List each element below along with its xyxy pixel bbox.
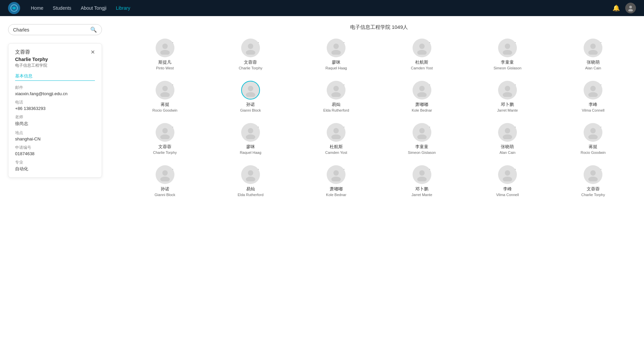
person-name-en: Vilma Connell — [582, 108, 604, 112]
person-name-cn: 斯提凡 — [158, 59, 171, 65]
svg-point-25 — [503, 92, 512, 97]
profile-value-location: shanghai-CN — [15, 136, 95, 141]
svg-point-17 — [160, 92, 170, 97]
person-name-en: Raquel Haag — [240, 150, 261, 155]
user-avatar[interactable] — [625, 3, 636, 13]
search-icon[interactable]: 🔍 — [90, 26, 97, 33]
profile-label-email: 邮件 — [15, 85, 95, 90]
person-avatar — [327, 123, 345, 142]
person-name-cn: 孙诺 — [246, 102, 255, 108]
person-grid-row1: 斯提凡Pinto West 文蓉蓉Charlie Torphy 廖咪Raquel… — [125, 39, 633, 70]
profile-label-teacher: 老师 — [15, 114, 95, 120]
person-card[interactable]: 萧嘟嘟Kole Bednar — [382, 81, 462, 112]
svg-point-41 — [160, 177, 170, 181]
person-avatar — [413, 165, 431, 184]
person-name-en: Simeon Gislason — [493, 66, 521, 70]
person-avatar — [584, 123, 602, 142]
person-avatar — [327, 39, 345, 57]
navbar: Home Students About Tongji Library 🔔 — [0, 0, 644, 16]
person-card[interactable]: 蒋挺Rocio Goodwin — [553, 123, 633, 155]
grid-area: 电子信息工程学院 1049人 斯提凡Pinto West 文蓉蓉Charlie … — [114, 24, 644, 207]
person-grid-row4: 孙诺Gianni Block 易灿Elda Rutherford 萧嘟嘟Kole… — [125, 165, 633, 197]
person-card[interactable]: 文蓉蓉Charlie Torphy — [553, 165, 633, 197]
person-name-en: Raquel Haag — [325, 66, 347, 70]
person-card[interactable]: 杜航斯Camden Yost — [296, 123, 376, 155]
person-card[interactable]: 易灿Elda Rutherford — [210, 165, 290, 197]
notification-bell-icon[interactable]: 🔔 — [612, 4, 620, 12]
person-card[interactable]: 张晓萌Alan Cain — [467, 123, 547, 155]
svg-point-35 — [417, 134, 427, 139]
svg-point-24 — [505, 86, 510, 91]
person-card[interactable]: 邓卜鹏Jarret Mante — [467, 81, 547, 112]
nav-right: 🔔 — [612, 3, 636, 13]
person-card[interactable]: 蒋挺Rocio Goodwin — [125, 81, 205, 112]
person-name-en: Camden Yost — [325, 150, 347, 155]
svg-point-8 — [333, 44, 339, 49]
person-card[interactable]: 杜航斯Camden Yost — [382, 39, 462, 70]
person-avatar — [156, 165, 174, 184]
person-name-en: Charlie Torphy — [153, 150, 177, 155]
nav-library[interactable]: Library — [116, 5, 130, 11]
search-bar: 🔍 — [8, 24, 102, 35]
person-avatar — [156, 81, 174, 100]
person-name-en: Rocio Goodwin — [581, 150, 606, 155]
person-avatar — [241, 81, 260, 100]
person-name-cn: 张晓萌 — [501, 144, 514, 150]
profile-value-appid: 01874638 — [15, 151, 95, 156]
nav-about[interactable]: About Tongji — [81, 5, 107, 11]
nav-students[interactable]: Students — [53, 5, 71, 11]
person-name-cn: 萧嘟嘟 — [415, 102, 428, 108]
profile-label-major: 专业 — [15, 160, 95, 165]
person-card[interactable]: 文蓉蓉Charlie Torphy — [210, 39, 290, 70]
person-name-en: Alan Cain — [585, 66, 601, 70]
svg-point-46 — [419, 170, 425, 176]
person-avatar — [241, 165, 260, 184]
svg-point-23 — [417, 92, 427, 97]
person-card[interactable]: 易灿Elda Rutherford — [296, 81, 376, 112]
person-name-cn: 萧嘟嘟 — [330, 186, 343, 192]
nav-home[interactable]: Home — [31, 5, 43, 11]
svg-point-34 — [419, 128, 425, 133]
svg-point-44 — [333, 170, 339, 176]
person-name-en: Elda Rutherford — [323, 108, 349, 112]
svg-point-7 — [246, 50, 255, 55]
person-grid-row3: 文蓉蓉Charlie Torphy 廖咪Raquel Haag 杜航斯Camde… — [125, 123, 633, 155]
person-name-en: Gianni Block — [240, 108, 261, 112]
svg-point-14 — [590, 44, 596, 49]
person-card[interactable]: 李童童Simeon Gislason — [467, 39, 547, 70]
svg-point-10 — [419, 44, 425, 49]
person-name-en: Elda Rutherford — [237, 193, 263, 197]
person-name-cn: 张晓萌 — [587, 59, 600, 65]
person-name-cn: 邓卜鹏 — [501, 102, 514, 108]
person-card[interactable]: 文蓉蓉Charlie Torphy — [125, 123, 205, 155]
profile-dept: 电子信息工程学院 — [15, 63, 95, 68]
person-card[interactable]: 斯提凡Pinto West — [125, 39, 205, 70]
person-card[interactable]: 李峰Vilma Connell — [553, 81, 633, 112]
profile-close-button[interactable]: ✕ — [91, 49, 95, 55]
person-name-en: Charlie Torphy — [239, 66, 263, 70]
svg-point-43 — [246, 177, 255, 181]
person-name-en: Camden Yost — [411, 66, 433, 70]
person-card[interactable]: 李峰Vilma Connell — [467, 165, 547, 197]
svg-point-29 — [160, 134, 170, 139]
person-card[interactable]: 孙诺Gianni Block — [125, 165, 205, 197]
person-card[interactable]: 邓卜鹏Jarret Mante — [382, 165, 462, 197]
person-card[interactable]: 李童童Simeon Gislason — [382, 123, 462, 155]
person-avatar — [241, 123, 260, 142]
person-card[interactable]: 萧嘟嘟Kole Bednar — [296, 165, 376, 197]
person-avatar — [156, 39, 174, 57]
person-card[interactable]: 廖咪Raquel Haag — [210, 123, 290, 155]
search-input[interactable] — [13, 27, 90, 33]
svg-point-51 — [588, 177, 598, 181]
person-name-en: Simeon Gislason — [408, 150, 436, 155]
person-card[interactable]: 廖咪Raquel Haag — [296, 39, 376, 70]
logo[interactable] — [8, 2, 20, 14]
person-name-en: Pinto West — [156, 66, 174, 70]
person-avatar — [241, 39, 260, 57]
person-card[interactable]: 张晓萌Alan Cain — [553, 39, 633, 70]
person-card[interactable]: 孙诺Gianni Block — [210, 81, 290, 112]
person-name-en: Jarret Mante — [412, 193, 432, 197]
svg-point-6 — [248, 44, 253, 49]
profile-name-cn: 文蓉蓉 — [15, 49, 30, 55]
person-name-en: Rocio Goodwin — [152, 108, 177, 112]
